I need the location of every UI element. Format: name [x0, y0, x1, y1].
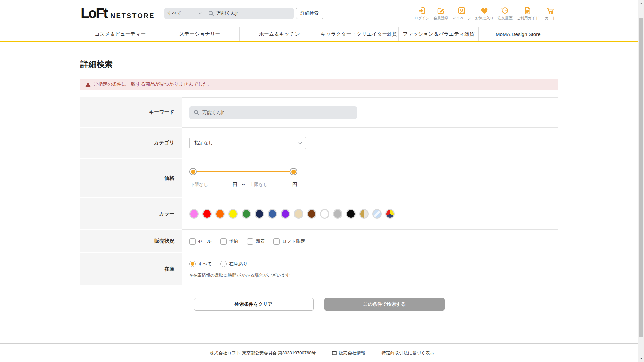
color-row-field	[182, 198, 558, 230]
favorites-link[interactable]: お気に入り	[475, 6, 494, 21]
heart-icon	[480, 6, 489, 15]
nav-item-stationery[interactable]: ステーショナリー	[160, 27, 239, 41]
cart-icon	[546, 6, 555, 15]
login-icon	[418, 6, 426, 15]
nav-item-home-kitchen[interactable]: ホーム＆キッチン	[239, 27, 319, 41]
color-swatch-silver[interactable]	[333, 209, 342, 219]
guide-label: ご利用ガイド	[517, 16, 539, 21]
search-input[interactable]: 万能くんjr	[217, 10, 238, 16]
radio-button-selected[interactable]	[189, 261, 196, 267]
category-row-label: カテゴリ	[80, 128, 182, 158]
checkbox-sale-label: セール	[198, 238, 212, 244]
color-swatch-purple[interactable]	[281, 209, 290, 219]
radio-stock-all[interactable]: すべて	[189, 261, 212, 267]
footer-link-seller-info-label: 販売会社情報	[339, 350, 365, 356]
nav-item-moma[interactable]: MoMA Design Store	[478, 27, 558, 41]
register-icon	[436, 6, 445, 15]
price-slider-track	[193, 171, 294, 172]
color-swatch-red[interactable]	[202, 209, 212, 219]
header-top: LoFt NETSTORE すべて 万能くんjr 詳細検索	[80, 0, 558, 27]
color-swatch-pink[interactable]	[189, 209, 199, 219]
price-min-unit: 円	[233, 182, 237, 188]
checkbox-preorder[interactable]: 予約	[220, 238, 238, 245]
nav-item-fashion[interactable]: ファッション＆バラエティ雑貨	[398, 27, 478, 41]
keyword-row-label: キーワード	[80, 97, 182, 127]
footer-link-tokushoho-label: 特定商取引法に基づく表示	[381, 350, 434, 356]
scroll-up-arrow[interactable]	[638, 1, 644, 6]
color-swatches	[189, 209, 395, 219]
order-history-link[interactable]: 注文履歴	[498, 6, 513, 21]
search-category-value: すべて	[168, 10, 181, 16]
header-quick-links: ログイン 会員登録 マイページ	[414, 6, 558, 21]
scroll-down-arrow[interactable]	[638, 356, 644, 361]
main-content: 詳細検索 ご指定の条件に一致する商品が見つかりませんでした。 キーワード	[0, 42, 644, 311]
checkbox-new[interactable]: 新着	[247, 238, 265, 245]
search-category-select[interactable]: すべて	[168, 10, 201, 16]
guide-link[interactable]: ご利用ガイド	[517, 6, 539, 21]
nav-item-character[interactable]: キャラクター・クリエイター雑貨	[319, 27, 398, 41]
checkbox-box[interactable]	[189, 238, 196, 245]
stock-options: すべて 在庫あり	[189, 261, 248, 267]
logo-netstore-text: NETSTORE	[110, 12, 155, 20]
price-range-slider[interactable]	[189, 168, 297, 175]
clear-conditions-button[interactable]: 検索条件をクリア	[194, 298, 314, 311]
color-swatch-blue[interactable]	[268, 209, 277, 219]
color-swatch-green[interactable]	[241, 209, 251, 219]
checkbox-box[interactable]	[220, 238, 227, 245]
checkbox-new-label: 新着	[256, 238, 265, 244]
color-swatch-orange[interactable]	[215, 209, 225, 219]
price-max-input[interactable]	[249, 181, 290, 188]
color-swatch-brown[interactable]	[307, 209, 316, 219]
checkbox-loft-exclusive[interactable]: ロフト限定	[273, 238, 305, 245]
checkbox-box[interactable]	[247, 238, 253, 245]
login-label: ログイン	[414, 16, 429, 21]
header-search-bar[interactable]: すべて 万能くんjr	[164, 8, 294, 19]
color-swatch-multicolor[interactable]	[385, 209, 395, 219]
checkbox-sale[interactable]: セール	[189, 238, 212, 245]
window-icon	[332, 351, 337, 355]
footer-link-tokushoho[interactable]: 特定商取引法に基づく表示	[381, 350, 434, 356]
footer-company-text: 株式会社ロフト 東京都公安委員会 第303319700768号	[210, 350, 316, 356]
category-select[interactable]: 指定なし	[189, 137, 306, 149]
color-swatch-yellow[interactable]	[228, 209, 238, 219]
color-swatch-navy[interactable]	[255, 209, 264, 219]
site-header: LoFt NETSTORE すべて 万能くんjr 詳細検索	[0, 0, 644, 42]
vertical-scrollbar[interactable]	[638, 0, 644, 362]
stock-row-field: すべて 在庫あり ※在庫情報の反映に時間がかかる場合がございます	[182, 253, 558, 286]
keyword-input[interactable]: 万能くんjr	[189, 106, 357, 119]
sales-status-options: セール 予約 新着 ロ	[189, 238, 305, 245]
checkbox-box[interactable]	[273, 238, 280, 245]
chevron-down-icon	[299, 141, 302, 144]
guide-icon	[523, 6, 532, 15]
login-link[interactable]: ログイン	[414, 6, 429, 21]
color-swatch-gold-silver[interactable]	[359, 209, 369, 219]
error-message-text: ご指定の条件に一致する商品が見つかりませんでした。	[93, 81, 212, 87]
color-swatch-white[interactable]	[320, 209, 329, 219]
advanced-search-button[interactable]: 詳細検索	[296, 8, 323, 19]
keyword-row-field: 万能くんjr	[182, 97, 558, 128]
mypage-link[interactable]: マイページ	[452, 6, 471, 21]
nav-item-cosme[interactable]: コスメ＆ビューティー	[80, 27, 160, 41]
color-swatch-black[interactable]	[346, 209, 356, 219]
search-submit-button[interactable]: この条件で検索する	[324, 298, 445, 311]
main-nav: コスメ＆ビューティー ステーショナリー ホーム＆キッチン キャラクター・クリエイ…	[80, 27, 558, 41]
color-swatch-clear[interactable]	[372, 209, 382, 219]
price-slider-handle-max[interactable]	[290, 168, 297, 175]
checkbox-loft-exclusive-label: ロフト限定	[282, 238, 305, 244]
page: LoFt NETSTORE すべて 万能くんjr 詳細検索	[0, 0, 644, 362]
cart-label: カート	[545, 16, 556, 21]
radio-button[interactable]	[220, 261, 227, 267]
radio-stock-available[interactable]: 在庫あり	[220, 261, 248, 267]
cart-link[interactable]: カート	[543, 6, 558, 21]
scrollbar-thumb[interactable]	[639, 18, 643, 337]
category-row-field: 指定なし	[182, 128, 558, 159]
register-link[interactable]: 会員登録	[433, 6, 448, 21]
keyword-value: 万能くんjr	[202, 110, 224, 116]
loft-logo[interactable]: LoFt NETSTORE	[80, 6, 155, 20]
footer-link-seller-info[interactable]: 販売会社情報	[332, 350, 365, 356]
price-min-input[interactable]	[189, 181, 230, 188]
error-message-box: ご指定の条件に一致する商品が見つかりませんでした。	[80, 79, 558, 90]
price-slider-handle-min[interactable]	[189, 168, 197, 175]
sales-status-row: 販売状況 セール 予約	[80, 230, 558, 253]
color-swatch-beige[interactable]	[294, 209, 303, 219]
